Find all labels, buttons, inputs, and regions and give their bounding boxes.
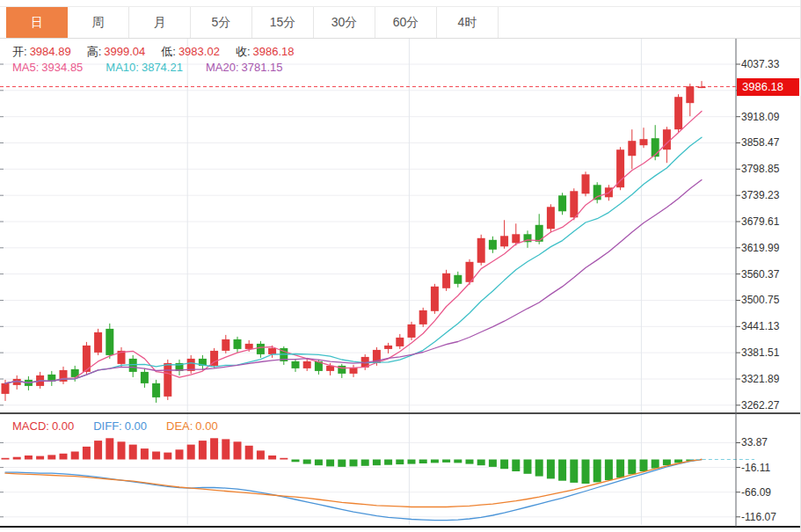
macd-hist-bar: [176, 449, 184, 459]
macd-hist-bar: [558, 460, 566, 481]
macd-hist-bar: [118, 441, 126, 459]
stat-item: 开:3984.89: [12, 44, 71, 60]
macd-hist-bar: [292, 460, 300, 463]
macd-hist-bar: [2, 458, 10, 460]
stat-item: MA10:3874.21: [106, 61, 183, 74]
macd-hist-bar: [164, 453, 171, 460]
stat-item: MA20:3781.15: [206, 61, 283, 74]
macd-hist-bar: [616, 460, 624, 478]
candle-body: [292, 361, 300, 368]
macd-hist-bar: [373, 460, 381, 466]
candle-body: [234, 339, 242, 349]
candle-body: [674, 97, 682, 129]
macd-hist-bar: [338, 460, 346, 467]
candle-body: [384, 346, 392, 349]
macd-hist-bar: [187, 445, 195, 460]
stat-label: MA5:: [12, 61, 39, 74]
candle-body: [500, 236, 508, 246]
candle-body: [489, 240, 497, 250]
macd-hist-bar: [210, 438, 218, 459]
candle-body: [454, 275, 462, 284]
y-axis-tick-label: 4037.33: [741, 57, 797, 71]
macd-hist-bar: [222, 439, 229, 459]
macd-header-row: MACD:0.00DIFF:0.00DEA:0.00: [12, 419, 237, 433]
candle-body: [582, 174, 590, 193]
stat-value: 3986.18: [253, 45, 295, 58]
macd-hist-bar: [234, 441, 242, 459]
macd-hist-bar: [489, 460, 497, 467]
candle-body: [558, 195, 566, 211]
stat-label: 收:: [236, 45, 251, 58]
y-axis-tick-label: 3858.47: [741, 135, 797, 149]
candle-body: [640, 139, 648, 145]
macd-hist-bar: [652, 460, 659, 469]
candle-body: [222, 339, 229, 351]
macd-hist-bar: [280, 458, 288, 460]
macd-hist-bar: [268, 455, 276, 460]
candle-body: [152, 383, 160, 397]
kline-chart-canvas[interactable]: [0, 0, 801, 532]
y-axis-tick-label: 3321.89: [741, 372, 797, 386]
macd-hist-bar: [605, 460, 613, 481]
macd-hist-bar: [454, 460, 462, 463]
stat-label: MACD:: [12, 419, 49, 433]
stat-item: 低:3983.02: [161, 44, 220, 60]
y-axis-tick-label: 3619.99: [741, 241, 797, 255]
y-axis-tick-label: 33.87: [741, 435, 797, 449]
macd-hist-bar: [408, 460, 416, 464]
candle-body: [593, 185, 601, 200]
candle-body: [303, 361, 311, 368]
stat-label: DEA:: [166, 419, 193, 433]
macd-hist-bar: [663, 460, 671, 466]
stat-item: MACD:0.00: [12, 419, 74, 433]
macd-hist-bar: [303, 460, 311, 464]
stat-item: DIFF:0.00: [93, 419, 147, 433]
candle-body: [616, 149, 624, 187]
candle-body: [477, 238, 485, 263]
stat-label: MA10:: [106, 61, 139, 74]
macd-hist-bar: [129, 445, 137, 460]
candle-body: [547, 207, 555, 229]
y-axis-tick-label: 3679.61: [741, 215, 797, 229]
macd-hist-bar: [60, 454, 68, 460]
macd-hist-bar: [141, 448, 149, 459]
macd-hist-bar: [593, 460, 601, 483]
candle-body: [686, 86, 694, 103]
candle-body: [141, 372, 149, 383]
ma-row: MA5:3934.85MA10:3874.21MA20:3781.15: [12, 61, 306, 74]
stat-item: DEA:0.00: [166, 419, 218, 433]
macd-hist-bar: [442, 460, 450, 463]
y-axis-tick-label: 3918.09: [741, 110, 797, 124]
current-price-tag: 3986.18: [737, 78, 799, 96]
stat-value: 0.00: [125, 419, 147, 433]
macd-hist-bar: [25, 455, 33, 460]
stat-value: 3984.89: [30, 45, 71, 58]
macd-hist-bar: [512, 460, 520, 472]
macd-hist-bar: [396, 460, 404, 465]
candle-body: [570, 191, 578, 217]
macd-hist-bar: [47, 455, 55, 459]
candle-body: [2, 383, 10, 394]
macd-hist-bar: [535, 460, 543, 477]
candle-body: [245, 344, 253, 349]
macd-hist-bar: [431, 460, 439, 463]
macd-hist-bar: [13, 457, 21, 460]
stat-value: 0.00: [195, 419, 217, 433]
macd-hist-bar: [500, 460, 508, 470]
macd-hist-bar: [94, 441, 102, 459]
candle-body: [419, 310, 427, 324]
macd-hist-bar: [361, 460, 369, 466]
y-axis-tick-label: -116.07: [741, 510, 797, 524]
candle-body: [652, 138, 659, 157]
ohlc-row: 开:3984.89高:3999.04低:3983.02收:3986.18: [12, 44, 310, 60]
macd-hist-bar: [83, 447, 91, 460]
stat-label: 开:: [12, 45, 27, 58]
macd-hist-bar: [570, 460, 578, 483]
stat-item: 收:3986.18: [236, 44, 295, 60]
macd-hist-bar: [71, 452, 79, 460]
macd-hist-bar: [628, 460, 636, 475]
stat-value: 3999.04: [104, 45, 145, 58]
candle-body: [396, 338, 404, 346]
macd-hist-bar: [466, 460, 474, 464]
y-axis-tick-label: 3798.85: [741, 162, 797, 176]
